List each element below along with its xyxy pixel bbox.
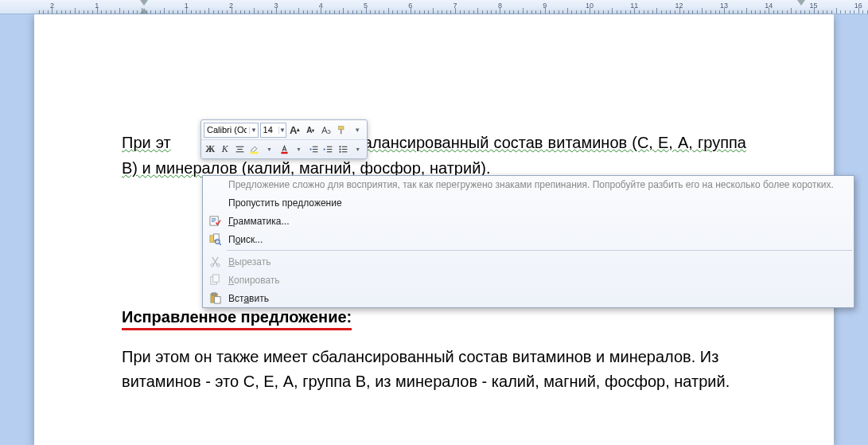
svg-rect-14: [212, 275, 219, 282]
italic-button[interactable]: К: [219, 142, 232, 157]
decrease-indent-button[interactable]: [307, 142, 321, 157]
increase-indent-button[interactable]: [321, 142, 335, 157]
copy-icon: [206, 274, 224, 286]
chevron-down-icon[interactable]: ▼: [350, 123, 364, 137]
paste-icon: [206, 292, 224, 304]
font-family-dropdown-icon[interactable]: ▼: [249, 127, 257, 134]
search-item[interactable]: Поиск...: [203, 230, 854, 248]
chevron-down-icon-3[interactable]: ▼: [292, 142, 306, 157]
copy-label: Копировать: [228, 275, 854, 286]
first-line-indent-marker[interactable]: [140, 0, 148, 6]
search-icon: [206, 233, 224, 245]
paste-item[interactable]: Вставить: [203, 289, 854, 307]
cut-item[interactable]: Вырезать: [203, 252, 854, 271]
align-center-button[interactable]: [233, 142, 247, 157]
bold-button[interactable]: Ж: [204, 142, 217, 157]
paste-label: Вставить: [228, 293, 854, 304]
svg-rect-1: [341, 129, 342, 134]
corrected-heading[interactable]: Исправленное предложение:: [122, 308, 352, 330]
copy-item[interactable]: Копировать: [203, 271, 854, 289]
svg-point-5: [339, 148, 341, 150]
shrink-font-button[interactable]: A▾: [304, 123, 318, 137]
font-family-input[interactable]: [204, 125, 249, 135]
right-indent-marker[interactable]: [797, 0, 805, 6]
context-menu[interactable]: Предложение сложно для восприятия, так к…: [202, 175, 854, 308]
cut-label: Вырезать: [228, 256, 854, 267]
svg-rect-3: [281, 152, 287, 154]
font-size-input[interactable]: [261, 125, 278, 135]
skip-sentence-item[interactable]: Пропустить предложение: [203, 193, 854, 212]
svg-rect-2: [251, 152, 259, 154]
highlight-button[interactable]: [248, 142, 262, 157]
format-painter-button[interactable]: [335, 123, 349, 137]
cut-icon: [206, 256, 224, 267]
grammar-error-text-1[interactable]: При эт: [122, 134, 171, 151]
grammar-icon: [206, 215, 224, 227]
font-family-combo[interactable]: ▼: [204, 123, 259, 138]
paragraph-2[interactable]: При этом он также имеет сбалансированный…: [122, 345, 746, 394]
mini-toolbar[interactable]: ▼ ▼ A▴ A▾ ▼ Ж К ▼ ▼ ▼: [200, 119, 368, 159]
grow-font-button[interactable]: A▴: [288, 123, 302, 137]
svg-point-6: [339, 151, 341, 153]
font-size-dropdown-icon[interactable]: ▼: [278, 127, 286, 134]
search-label: Поиск...: [228, 234, 854, 245]
grammar-suggestion-item: Предложение сложно для восприятия, так к…: [203, 176, 854, 193]
svg-rect-0: [339, 126, 344, 129]
font-color-button[interactable]: [278, 142, 291, 157]
chevron-down-icon-2[interactable]: ▼: [263, 142, 276, 157]
grammar-label: Грамматика...: [228, 216, 854, 227]
chevron-down-icon-4[interactable]: ▼: [351, 142, 364, 157]
horizontal-ruler[interactable]: 2112345678910111213141516: [0, 0, 868, 14]
font-size-combo[interactable]: ▼: [260, 123, 286, 138]
menu-separator: [227, 250, 852, 251]
change-case-button[interactable]: [319, 123, 333, 137]
bullets-button[interactable]: [337, 142, 350, 157]
skip-label: Пропустить предложение: [228, 197, 854, 209]
grammar-item[interactable]: Грамматика...: [203, 212, 854, 230]
svg-point-4: [339, 146, 341, 147]
svg-rect-17: [214, 297, 220, 303]
svg-rect-16: [212, 293, 216, 295]
